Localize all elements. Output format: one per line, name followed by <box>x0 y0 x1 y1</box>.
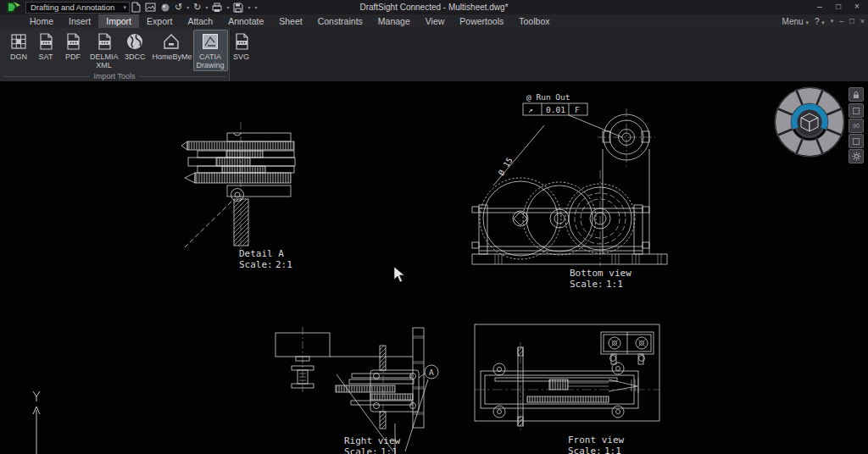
menu-label: Menu <box>782 17 804 26</box>
right-view: A Right view Scale: 1:1 <box>275 327 438 454</box>
diameter-note: Ø 15 <box>496 156 514 177</box>
menu-bar: Home Insert Import Export Attach Annotat… <box>0 14 868 28</box>
runout-title: @ Run Out <box>526 92 570 102</box>
pan-view-button[interactable] <box>849 103 864 118</box>
tab-sheet[interactable]: Sheet <box>271 14 309 28</box>
bottom-view-label: Bottom view <box>570 268 632 279</box>
import-tools-panel: DGN SAT PDF <box>0 28 230 82</box>
tab-powertools[interactable]: Powertools <box>452 14 511 28</box>
redo-icon[interactable]: ↻ <box>193 1 201 14</box>
catia-drawing-icon <box>200 31 220 52</box>
tool-label: CATIA Drawing <box>197 53 225 69</box>
window-controls: – □ × <box>810 0 866 14</box>
doc-restore-button[interactable]: □ <box>849 17 854 25</box>
tool-homebyme[interactable]: HomeByMe <box>149 30 193 63</box>
lock-view-button[interactable] <box>849 87 864 102</box>
doc-close-button[interactable]: × <box>860 17 865 25</box>
zoom-extents-button[interactable] <box>849 134 864 148</box>
drawing-canvas[interactable]: Detail A Scale: 2:1 @ Run Out ↗ 0.01 F <box>0 81 868 454</box>
runout-symbol: ↗ <box>528 105 533 114</box>
close-button[interactable]: × <box>848 0 866 14</box>
draftsight-window: DraftSight Connected - Multisheet.dwg* D… <box>0 0 868 454</box>
tool-svg[interactable]: SVG <box>228 30 255 63</box>
chevron-down-icon: ▾ <box>123 3 126 13</box>
file-icon <box>94 31 114 52</box>
doc-minimize-button[interactable]: – <box>839 17 843 25</box>
detail-a-scale-value: 2:1 <box>275 259 292 270</box>
tab-constraints[interactable]: Constraints <box>310 14 370 28</box>
save-caret-icon[interactable]: ▾ <box>248 4 250 10</box>
right-view-label: Right view <box>344 435 401 446</box>
bottom-view-scale-value: 1:1 <box>606 279 623 290</box>
workspace-selector[interactable]: Drafting and Annotation ▾ <box>25 2 130 14</box>
tool-label: 3DCC <box>125 53 146 61</box>
file-icon <box>36 31 56 52</box>
front-view-scale-value: 1:1 <box>604 446 621 454</box>
tab-import[interactable]: Import <box>98 14 139 28</box>
runout-value: 0.01 <box>546 105 565 114</box>
tab-attach[interactable]: Attach <box>180 14 220 28</box>
lock-icon <box>852 91 860 99</box>
help-dropdown[interactable]: ? ▾ <box>815 17 825 26</box>
image-icon[interactable] <box>145 3 156 12</box>
import-tools: DGN SAT PDF <box>5 30 255 71</box>
file-icon <box>63 31 83 52</box>
tool-label: HomeByMe <box>153 53 190 61</box>
tab-toolbox[interactable]: Toolbox <box>511 14 557 28</box>
ribbon: DGN SAT PDF <box>0 28 868 81</box>
render-sphere-icon[interactable] <box>160 3 170 13</box>
plot-icon[interactable] <box>212 3 222 13</box>
menu-caret-icon: ▾ <box>805 19 809 25</box>
bottom-view: @ Run Out ↗ 0.01 F <box>472 92 667 290</box>
runout-datum: F <box>575 105 580 114</box>
ucs-icon <box>33 391 40 454</box>
tool-label: SVG <box>233 53 249 61</box>
front-view-label: Front view <box>568 435 625 446</box>
redo-caret-icon[interactable]: ▾ <box>205 4 208 10</box>
tool-dgn[interactable]: DGN <box>5 30 32 63</box>
navigation-wheel[interactable] <box>774 86 845 158</box>
ribbon-tabs: Home Insert Import Export Attach Annotat… <box>22 14 557 28</box>
tool-sat[interactable]: SAT <box>32 30 59 63</box>
qat-overflow-icon[interactable]: ▾ <box>255 4 258 10</box>
file-icon <box>231 31 252 52</box>
tool-label: PDF <box>65 53 81 61</box>
divider <box>139 76 225 77</box>
tool-delmia-xml[interactable]: DELMIA XML <box>86 30 121 71</box>
tab-view[interactable]: View <box>418 14 453 28</box>
tab-insert[interactable]: Insert <box>61 14 98 28</box>
right-view-scale-label: Scale: <box>344 446 378 454</box>
right-view-scale-value: 1:1 <box>381 446 398 454</box>
minimize-button[interactable]: – <box>810 0 829 14</box>
undo-caret-icon[interactable]: ▾ <box>186 4 189 10</box>
save-icon[interactable] <box>233 3 243 13</box>
tool-3dcc[interactable]: 3DCC <box>121 30 149 63</box>
quick-access-toolbar: ↺ ▾ ↻ ▾ ▾ ▾ ▾ <box>131 1 258 14</box>
new-document-icon[interactable] <box>131 2 141 13</box>
maximize-button[interactable]: □ <box>829 0 848 14</box>
tool-pdf[interactable]: PDF <box>59 30 86 63</box>
undo-icon[interactable]: ↺ <box>175 1 182 14</box>
menu-bar-right: Menu ▾ ? ▾ ▾ – □ × <box>782 14 865 28</box>
tab-home[interactable]: Home <box>22 14 61 28</box>
rotate-90-label: 90 <box>853 123 860 129</box>
tab-manage[interactable]: Manage <box>370 14 418 28</box>
plot-caret-icon[interactable]: ▾ <box>226 4 229 10</box>
nav-settings-button[interactable] <box>849 149 864 163</box>
import-tools-group: Import Tools <box>3 72 225 80</box>
view-cube-icon[interactable] <box>801 114 818 131</box>
globe-icon <box>125 31 145 52</box>
menu-dropdown[interactable]: Menu ▾ <box>782 17 809 26</box>
cursor-pointer-icon <box>394 267 404 282</box>
runout-annotation: @ Run Out ↗ 0.01 F <box>523 92 622 137</box>
multisheet-drawing: Detail A Scale: 2:1 @ Run Out ↗ 0.01 F <box>0 81 868 454</box>
tab-export[interactable]: Export <box>139 14 180 28</box>
help-label: ? <box>815 17 820 26</box>
ribbon-collapse-icon[interactable]: ▾ <box>831 18 834 25</box>
detail-a-view: Detail A Scale: 2:1 <box>181 122 295 270</box>
tab-annotate[interactable]: Annotate <box>220 14 271 28</box>
rotate-90-button[interactable]: 90 <box>849 119 864 133</box>
tool-catia-drawing[interactable]: CATIA Drawing <box>193 30 228 71</box>
front-view-scale-label: Scale: <box>568 446 602 454</box>
window-title: DraftSight Connected - Multisheet.dwg* <box>0 0 868 14</box>
